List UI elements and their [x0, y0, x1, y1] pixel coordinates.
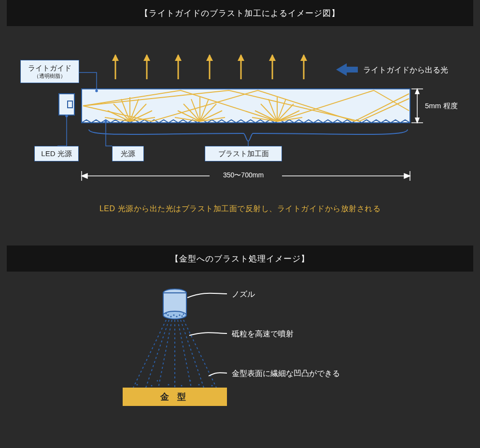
svg-line-41 [133, 320, 166, 388]
svg-point-33 [167, 314, 169, 316]
svg-line-45 [178, 320, 191, 388]
svg-line-43 [158, 320, 172, 388]
svg-point-55 [190, 380, 191, 382]
label-led: LED 光源 [34, 146, 79, 161]
svg-line-47 [184, 320, 216, 388]
section2-title-text: 【金型へのブラスト処理イメージ】 [170, 253, 310, 264]
label-lightguide-sub: （透明樹脂） [34, 73, 66, 80]
svg-point-49 [151, 385, 152, 386]
svg-marker-23 [415, 118, 419, 123]
label-blastsurf-text: ブラスト加工面 [218, 149, 269, 159]
label-thickness: 5mm 程度 [425, 101, 458, 111]
svg-point-32 [163, 311, 186, 319]
svg-point-17 [105, 120, 107, 122]
label-lightguide: ライトガイド （透明樹脂） [20, 60, 79, 83]
label-innerlight-text: 光源 [121, 149, 135, 159]
label-led-text: LED 光源 [41, 149, 71, 159]
svg-point-48 [136, 384, 138, 385]
svg-point-37 [179, 314, 180, 316]
svg-point-38 [181, 315, 183, 317]
section2-title: 【金型へのブラスト処理イメージ】 [7, 246, 473, 272]
label-lightguide-text: ライトガイド [28, 64, 71, 73]
mold-block: 金 型 [123, 388, 227, 406]
label-innerlight: 光源 [112, 146, 144, 161]
svg-point-52 [198, 384, 199, 385]
svg-marker-28 [82, 173, 87, 178]
svg-point-40 [183, 314, 184, 315]
mold-label: 金 型 [160, 391, 189, 403]
svg-line-46 [181, 320, 204, 388]
section1-title: 【ライトガイドのブラスト加工によるイメージ図】 [7, 0, 473, 26]
svg-marker-22 [415, 89, 419, 94]
svg-point-36 [176, 316, 177, 317]
emitted-light-arrow-icon [336, 63, 358, 76]
diagram-mold: 金 型 ノズル 砥粒を高速で噴射 金型表面に繊細な凹凸ができる [7, 274, 473, 414]
svg-marker-11 [336, 63, 358, 76]
svg-point-35 [173, 314, 174, 316]
section1-title-text: 【ライトガイドのブラスト加工によるイメージ図】 [140, 8, 340, 19]
lightguide-svg [7, 26, 473, 229]
section1-caption: LED 光源から出た光はブラスト加工面で反射し、ライトガイドから放射される [7, 204, 473, 214]
label-blastsurf: ブラスト加工面 [205, 146, 282, 161]
label-spray: 砥粒を高速で噴射 [232, 329, 294, 339]
diagram-lightguide: ライトガイド （透明樹脂） LED 光源 光源 ブラスト加工面 ライトガイドから… [7, 26, 473, 229]
svg-point-51 [181, 385, 182, 386]
svg-point-16 [66, 115, 68, 117]
label-nozzle: ノズル [232, 289, 255, 300]
svg-point-15 [96, 90, 98, 92]
svg-line-42 [146, 320, 169, 388]
label-emitted: ライトガイドから出る光 [363, 65, 448, 75]
svg-marker-29 [404, 173, 410, 178]
label-width: 350〜700mm [223, 171, 264, 180]
svg-point-54 [157, 380, 158, 382]
svg-point-50 [168, 384, 169, 385]
svg-point-53 [211, 385, 212, 386]
svg-point-34 [170, 316, 171, 317]
svg-point-39 [166, 313, 167, 315]
label-surface: 金型表面に繊細な凹凸ができる [232, 369, 340, 379]
